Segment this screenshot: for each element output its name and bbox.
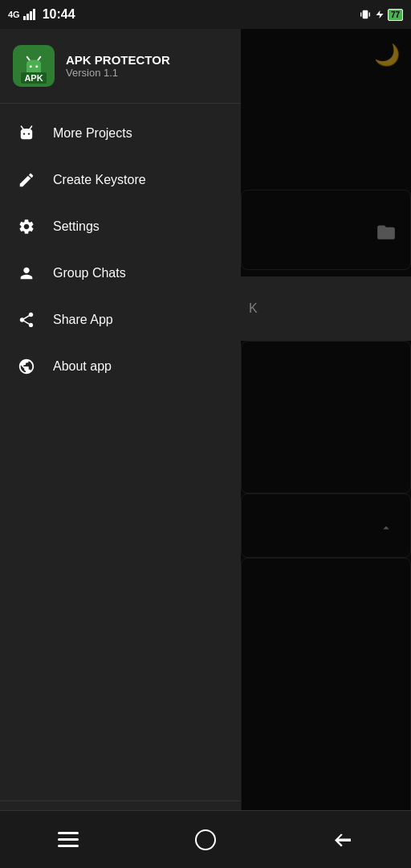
- app-icon: APK: [13, 45, 55, 87]
- edit-icon: [16, 170, 37, 190]
- drawer-app-name: APK PROTECTOR: [66, 53, 170, 67]
- drawer-version: Version 1.1: [66, 67, 170, 79]
- create-keystore-label: Create Keystore: [53, 173, 146, 187]
- drawer-header-text: APK PROTECTOR Version 1.1: [66, 53, 170, 79]
- settings-label: Settings: [53, 219, 100, 234]
- menu-button[interactable]: [44, 822, 92, 858]
- home-button[interactable]: [181, 822, 230, 858]
- svg-rect-0: [23, 16, 26, 20]
- svg-rect-17: [58, 838, 79, 841]
- back-arrow-icon: [333, 831, 352, 849]
- signal-icon: [23, 9, 36, 20]
- drawer-item-more-projects[interactable]: More Projects: [0, 110, 241, 157]
- svg-rect-16: [58, 832, 79, 834]
- apk-label: APK: [21, 72, 46, 84]
- more-projects-label: More Projects: [53, 126, 132, 141]
- drawer-item-settings[interactable]: Settings: [0, 203, 241, 250]
- settings-icon: [16, 216, 37, 237]
- svg-rect-1: [26, 14, 29, 20]
- svg-rect-3: [33, 9, 35, 20]
- svg-rect-2: [30, 11, 32, 20]
- svg-rect-5: [360, 12, 361, 16]
- svg-point-11: [35, 65, 38, 68]
- hamburger-icon: [58, 832, 79, 848]
- status-bar: 4G 10:44 77: [0, 0, 411, 29]
- group-chats-label: Group Chats: [53, 266, 126, 280]
- vibrate-icon: [359, 8, 372, 21]
- drawer-item-group-chats[interactable]: Group Chats: [0, 250, 241, 297]
- svg-rect-6: [369, 12, 370, 16]
- charging-icon: [375, 8, 385, 21]
- drawer-item-share-app[interactable]: Share App: [0, 297, 241, 343]
- status-left: 4G 10:44: [8, 7, 75, 22]
- status-right: 77: [359, 8, 403, 21]
- person-icon: [16, 263, 37, 284]
- globe-icon: [16, 356, 37, 377]
- battery-indicator: 77: [388, 9, 403, 21]
- bottom-navigation-bar: [0, 810, 411, 868]
- navigation-drawer: APK APK PROTECTOR Version 1.1 More Proje…: [0, 29, 241, 839]
- share-icon: [16, 309, 37, 330]
- about-app-label: About app: [53, 359, 112, 374]
- drawer-item-about-app[interactable]: About app: [0, 343, 241, 390]
- svg-point-10: [30, 65, 32, 68]
- back-button[interactable]: [319, 822, 367, 858]
- drawer-item-create-keystore[interactable]: Create Keystore: [0, 157, 241, 203]
- svg-point-14: [23, 133, 25, 134]
- drawer-header: APK APK PROTECTOR Version 1.1: [0, 29, 241, 104]
- svg-marker-7: [376, 10, 383, 18]
- svg-rect-4: [363, 10, 368, 19]
- svg-rect-18: [58, 845, 79, 847]
- android-icon: [16, 123, 37, 144]
- network-indicator: 4G: [8, 10, 20, 19]
- share-app-label: Share App: [53, 313, 113, 327]
- svg-point-19: [196, 830, 215, 850]
- svg-point-15: [28, 133, 30, 134]
- time-display: 10:44: [43, 7, 75, 22]
- drawer-menu: More Projects Create Keystore Settings: [0, 104, 241, 800]
- home-circle-icon: [194, 829, 217, 851]
